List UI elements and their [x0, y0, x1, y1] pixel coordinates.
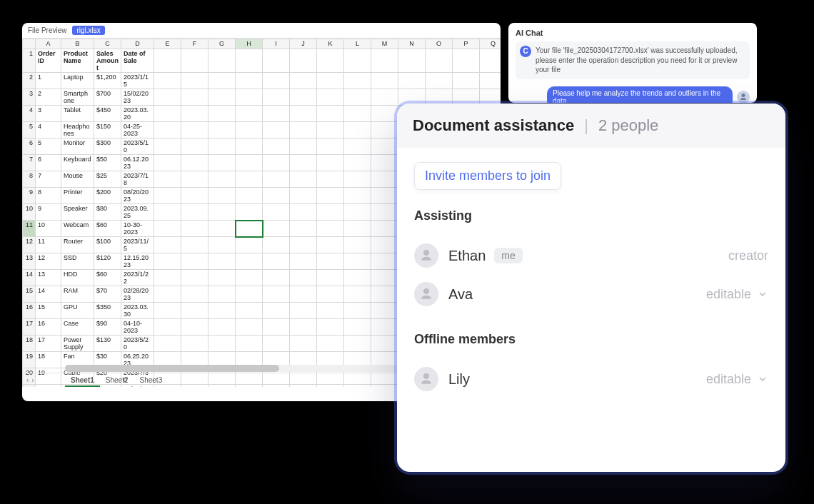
cell[interactable]: 02/28/2023: [121, 286, 154, 303]
cell[interactable]: [371, 221, 398, 237]
cell[interactable]: [181, 336, 208, 352]
cell[interactable]: [263, 270, 290, 286]
cell[interactable]: Order ID: [36, 49, 61, 73]
cell[interactable]: Laptop: [61, 73, 94, 89]
column-header[interactable]: K: [317, 39, 344, 49]
cell[interactable]: [263, 204, 290, 221]
cell[interactable]: 14: [36, 286, 61, 303]
cell[interactable]: [344, 336, 371, 352]
cell[interactable]: [154, 138, 181, 155]
cell[interactable]: 15: [36, 303, 61, 319]
row-header[interactable]: 7: [23, 155, 36, 171]
cell[interactable]: [154, 221, 181, 237]
cell[interactable]: Product Name: [61, 49, 94, 73]
cell[interactable]: [371, 303, 398, 319]
cell[interactable]: [236, 155, 263, 171]
cell[interactable]: [181, 188, 208, 204]
cell[interactable]: [426, 49, 453, 73]
cell[interactable]: [290, 171, 317, 188]
cell[interactable]: $60: [94, 270, 121, 286]
cell[interactable]: [208, 89, 236, 106]
cell[interactable]: $450: [94, 106, 121, 122]
cell[interactable]: [154, 49, 181, 73]
cell[interactable]: [208, 106, 236, 122]
cell[interactable]: [236, 303, 263, 319]
cell[interactable]: [344, 204, 371, 221]
cell[interactable]: [344, 73, 371, 89]
cell[interactable]: [317, 319, 344, 336]
cell[interactable]: [263, 89, 290, 106]
cell[interactable]: [154, 336, 181, 352]
invite-members-button[interactable]: Invite members to join: [414, 162, 561, 190]
cell[interactable]: [208, 138, 236, 155]
cell[interactable]: [208, 303, 236, 319]
cell[interactable]: [371, 122, 398, 138]
cell[interactable]: Headphones: [61, 122, 94, 138]
cell[interactable]: [317, 171, 344, 188]
cell[interactable]: [263, 253, 290, 270]
horizontal-scrollbar-thumb[interactable]: [65, 365, 279, 372]
cell[interactable]: [371, 138, 398, 155]
cell[interactable]: [208, 73, 236, 89]
cell[interactable]: [371, 73, 398, 89]
column-header[interactable]: L: [344, 39, 371, 49]
cell[interactable]: $200: [94, 188, 121, 204]
cell[interactable]: [317, 303, 344, 319]
sheet-tab[interactable]: Sheet3: [134, 375, 169, 385]
corner-cell[interactable]: [23, 39, 36, 49]
cell[interactable]: [371, 155, 398, 171]
cell[interactable]: [208, 155, 236, 171]
cell[interactable]: [154, 237, 181, 253]
cell[interactable]: $60: [94, 221, 121, 237]
cell[interactable]: $700: [94, 89, 121, 106]
cell[interactable]: [290, 286, 317, 303]
cell[interactable]: $25: [94, 171, 121, 188]
cell[interactable]: $1,200: [94, 73, 121, 89]
cell[interactable]: [290, 138, 317, 155]
cell[interactable]: [317, 270, 344, 286]
cell[interactable]: [344, 49, 371, 73]
cell[interactable]: [208, 188, 236, 204]
chevron-right-icon[interactable]: ›: [31, 376, 34, 384]
cell[interactable]: [290, 204, 317, 221]
cell[interactable]: 3: [36, 106, 61, 122]
cell[interactable]: [371, 336, 398, 352]
row-header[interactable]: 2: [23, 73, 36, 89]
cell[interactable]: 04-25-2023: [121, 122, 154, 138]
cell[interactable]: [181, 89, 208, 106]
sheet-tab[interactable]: Sheet1: [65, 375, 100, 387]
cell[interactable]: [236, 106, 263, 122]
cell[interactable]: [344, 270, 371, 286]
cell[interactable]: Monitor: [61, 138, 94, 155]
column-header[interactable]: C: [94, 39, 121, 49]
cell[interactable]: [371, 270, 398, 286]
cell[interactable]: [290, 89, 317, 106]
cell[interactable]: 04-10-2023: [121, 319, 154, 336]
cell[interactable]: [208, 336, 236, 352]
cell[interactable]: [236, 73, 263, 89]
cell[interactable]: Case: [61, 319, 94, 336]
cell[interactable]: [290, 188, 317, 204]
cell[interactable]: [290, 122, 317, 138]
cell[interactable]: [290, 319, 317, 336]
cell[interactable]: [154, 319, 181, 336]
column-header[interactable]: P: [453, 39, 480, 49]
sheet-tab-nav[interactable]: ‹ ›: [26, 376, 34, 384]
cell[interactable]: [317, 122, 344, 138]
column-header[interactable]: B: [61, 39, 94, 49]
cell[interactable]: [398, 73, 426, 89]
cell[interactable]: $130: [94, 336, 121, 352]
cell[interactable]: 12: [36, 253, 61, 270]
column-header[interactable]: A: [36, 39, 61, 49]
cell[interactable]: $120: [94, 253, 121, 270]
cell[interactable]: [181, 221, 208, 237]
cell[interactable]: [371, 286, 398, 303]
cell[interactable]: [154, 253, 181, 270]
cell[interactable]: [181, 303, 208, 319]
cell[interactable]: [154, 155, 181, 171]
cell[interactable]: [236, 253, 263, 270]
cell[interactable]: [236, 319, 263, 336]
cell[interactable]: $50: [94, 155, 121, 171]
cell[interactable]: Date of Sale: [121, 49, 154, 73]
cell[interactable]: 7: [36, 171, 61, 188]
